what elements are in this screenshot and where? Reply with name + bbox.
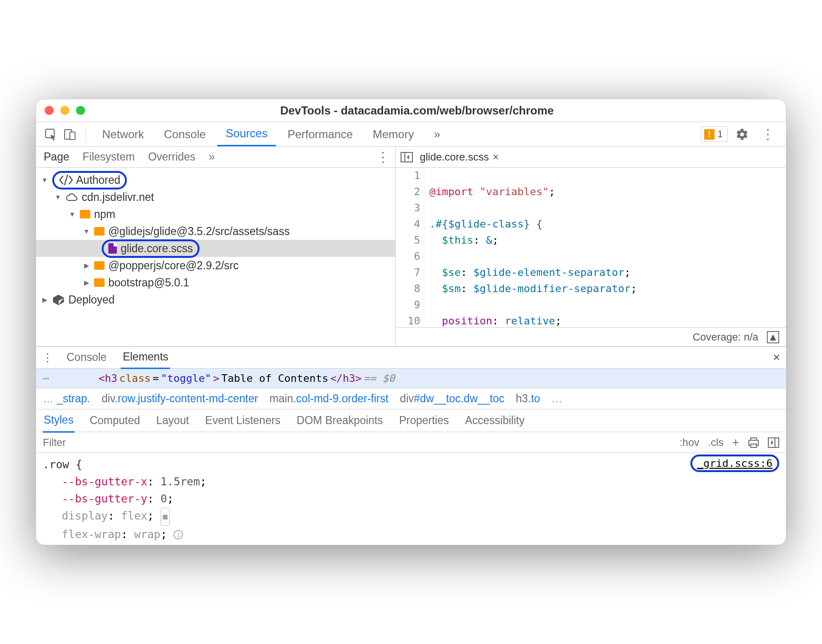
navigator-tab-page[interactable]: Page — [42, 147, 71, 167]
styles-toolbar: :hov .cls + — [36, 432, 786, 453]
rule-source-link[interactable]: _grid.scss:6 — [690, 455, 779, 472]
tab-sources[interactable]: Sources — [217, 122, 276, 146]
navigator-tab-overrides[interactable]: Overrides — [146, 147, 198, 167]
deployed-label: Deployed — [68, 294, 115, 306]
warning-icon: ! — [704, 129, 715, 140]
glidejs-label: @glidejs/glide@3.5.2/src/assets/sass — [108, 225, 290, 238]
elements-selected-line[interactable]: ⋯ <h3 class="toggle">Table of Contents</… — [36, 369, 786, 388]
toggle-sidebar-icon[interactable] — [768, 437, 779, 448]
toggle-navigator-icon[interactable] — [401, 152, 413, 162]
warnings-badge[interactable]: ! 1 — [701, 126, 728, 142]
drawer: ⋮ Console Elements × ⋯ <h3 class="toggle… — [36, 346, 786, 545]
tree-group-authored[interactable]: Authored — [36, 171, 395, 189]
tree-domain-cdn[interactable]: cdn.jsdelivr.net — [36, 189, 395, 206]
tree-folder-bootstrap[interactable]: bootstrap@5.0.1 — [36, 274, 395, 291]
tree-folder-glidejs[interactable]: @glidejs/glide@3.5.2/src/assets/sass — [36, 223, 395, 240]
cube-icon — [52, 294, 65, 305]
info-icon[interactable]: i — [173, 530, 183, 540]
close-drawer-icon[interactable]: × — [773, 350, 780, 365]
cls-toggle[interactable]: .cls — [708, 436, 724, 449]
styles-tab-event-listeners[interactable]: Event Listeners — [204, 409, 282, 432]
folder-icon — [80, 210, 90, 218]
breadcrumb-item[interactable]: … _strap. — [43, 392, 90, 405]
drawer-tab-elements[interactable]: Elements — [121, 346, 170, 369]
breadcrumb-more[interactable]: … — [552, 392, 563, 405]
css-prop-value[interactable]: 1.5rem — [161, 475, 200, 488]
inspect-icon[interactable] — [43, 126, 59, 142]
css-prop-name[interactable]: flex-wrap — [62, 528, 121, 540]
elements-breadcrumb: … _strap. div.row.justify-content-md-cen… — [36, 388, 786, 409]
show-drawer-icon[interactable]: ▲ — [767, 331, 779, 343]
drawer-tab-console[interactable]: Console — [65, 347, 108, 368]
navigator-tab-filesystem[interactable]: Filesystem — [81, 147, 137, 167]
breadcrumb-item[interactable]: div#dw__toc.dw__toc — [400, 392, 505, 405]
close-window-button[interactable] — [45, 106, 54, 115]
navigator-pane: Page Filesystem Overrides » ⋮ Authored — [36, 147, 396, 346]
hov-toggle[interactable]: :hov — [679, 436, 699, 449]
drawer-menu-icon[interactable]: ⋮ — [42, 351, 52, 364]
cloud-icon — [66, 192, 78, 202]
tree-folder-npm[interactable]: npm — [36, 206, 395, 223]
css-prop-value[interactable]: flex — [121, 510, 147, 522]
tree-file-glide-core[interactable]: glide.core.scss — [36, 240, 395, 257]
warning-count: 1 — [717, 129, 723, 140]
tree-folder-popper[interactable]: @popperjs/core@2.9.2/src — [36, 257, 395, 274]
coverage-bar: Coverage: n/a ▲ — [396, 327, 786, 346]
settings-icon[interactable] — [731, 128, 754, 141]
disclosure-icon — [83, 227, 90, 235]
breadcrumb-item[interactable]: h3.to — [516, 392, 540, 405]
window-title: DevTools - datacadamia.com/web/browser/c… — [57, 104, 777, 117]
close-tab-icon[interactable]: × — [493, 151, 499, 163]
css-prop-name[interactable]: display — [62, 510, 108, 522]
disclosure-icon — [41, 296, 48, 303]
styles-tab-styles[interactable]: Styles — [43, 409, 75, 433]
folder-icon — [94, 278, 105, 287]
editor-pane: glide.core.scss × 1234567891011 @import … — [396, 147, 786, 346]
code-editor[interactable]: 1234567891011 @import "variables"; .#{$g… — [396, 168, 786, 327]
navigator-menu-icon[interactable]: ⋮ — [376, 149, 390, 165]
rule-selector: .row { — [43, 456, 779, 473]
css-prop-value[interactable]: wrap — [134, 528, 160, 540]
svg-rect-7 — [751, 444, 756, 447]
popper-label: @popperjs/core@2.9.2/src — [108, 259, 239, 272]
main-toolbar: Network Console Sources Performance Memo… — [36, 122, 786, 147]
disclosure-icon — [83, 279, 90, 286]
css-prop-name[interactable]: --bs-gutter-y — [62, 492, 147, 505]
new-style-rule-icon[interactable]: + — [732, 435, 739, 450]
styles-tab-dom-breakpoints[interactable]: DOM Breakpoints — [296, 409, 384, 432]
breadcrumb-item[interactable]: main.col-md-9.order-first — [269, 392, 389, 405]
tree-group-deployed[interactable]: Deployed — [36, 291, 395, 308]
file-icon — [108, 243, 117, 254]
svg-rect-6 — [751, 438, 756, 440]
styles-filter-input[interactable] — [43, 436, 671, 449]
tab-console[interactable]: Console — [155, 123, 214, 146]
line-gutter: 1234567891011 — [396, 168, 424, 327]
tab-performance[interactable]: Performance — [279, 123, 361, 146]
device-print-icon[interactable] — [748, 437, 759, 448]
code-icon — [59, 175, 73, 185]
folder-icon — [94, 227, 105, 236]
styles-tab-layout[interactable]: Layout — [155, 409, 190, 432]
disclosure-icon — [83, 262, 90, 269]
navigator-tabs-overflow[interactable]: » — [207, 147, 217, 167]
titlebar: DevTools - datacadamia.com/web/browser/c… — [36, 99, 786, 122]
tabs-overflow[interactable]: » — [425, 123, 449, 146]
styles-tab-accessibility[interactable]: Accessibility — [464, 409, 526, 432]
breadcrumb-item[interactable]: div.row.justify-content-md-center — [102, 392, 258, 405]
styles-tab-computed[interactable]: Computed — [89, 409, 141, 432]
styles-tab-properties[interactable]: Properties — [398, 409, 450, 432]
file-tab-label: glide.core.scss — [420, 151, 489, 163]
file-tab-glide-core[interactable]: glide.core.scss × — [420, 151, 498, 163]
device-toolbar-icon[interactable] — [62, 126, 78, 142]
kebab-menu-icon[interactable]: ⋮ — [756, 126, 779, 142]
tab-network[interactable]: Network — [94, 123, 153, 146]
svg-rect-2 — [70, 132, 75, 140]
flex-badge-icon[interactable]: ▦ — [161, 508, 170, 526]
style-rule[interactable]: _grid.scss:6 .row { --bs-gutter-x: 1.5re… — [36, 453, 786, 545]
css-prop-value[interactable]: 0 — [161, 492, 167, 505]
elements-ellipsis-icon[interactable]: ⋯ — [43, 372, 49, 384]
disclosure-icon — [54, 193, 62, 201]
bootstrap-label: bootstrap@5.0.1 — [108, 276, 189, 289]
css-prop-name[interactable]: --bs-gutter-x — [62, 475, 147, 488]
tab-memory[interactable]: Memory — [364, 123, 423, 146]
